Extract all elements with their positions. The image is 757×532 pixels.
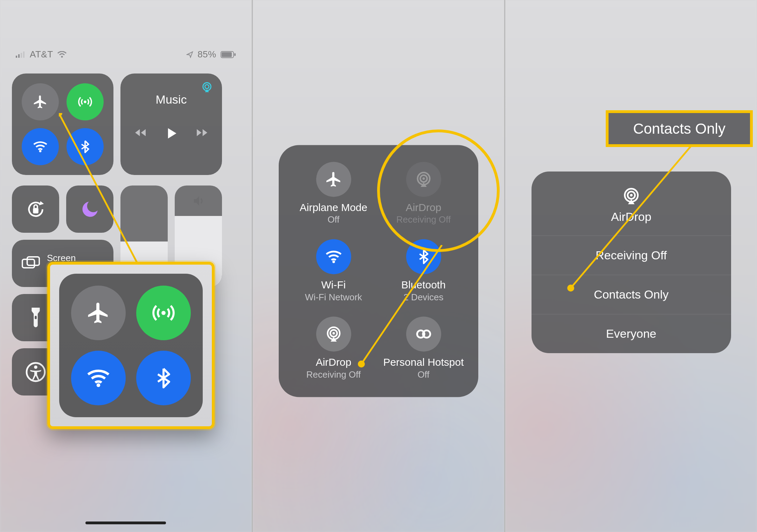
svg-rect-6 (222, 52, 232, 57)
wifi-icon (33, 139, 48, 154)
airdrop-icon (325, 325, 343, 343)
bluetooth-icon (152, 367, 175, 389)
panel-expanded-connectivity: Airplane Mode Off AirDrop Receiving Off … (253, 0, 506, 532)
svg-rect-12 (33, 208, 39, 214)
exp-hotspot-sub: Off (417, 369, 429, 380)
exp-airplane-sub: Off (327, 215, 339, 225)
exp-wifi[interactable]: Wi-Fi Wi-Fi Network (289, 237, 378, 306)
panel-airdrop-menu: Contacts Only AirDrop Receiving Off Cont… (505, 0, 757, 532)
airdrop-icon (621, 186, 641, 206)
zoom-cellular (136, 286, 191, 340)
airdrop-menu-header: AirDrop (532, 172, 731, 236)
airdrop-icon (415, 170, 433, 188)
svg-rect-7 (234, 53, 236, 56)
airplay-icon[interactable] (201, 81, 213, 93)
carrier-label: AT&T (30, 49, 53, 60)
wifi-icon (325, 248, 342, 266)
wifi-button[interactable] (22, 128, 59, 165)
mirroring-icon (22, 256, 40, 271)
svg-rect-3 (23, 51, 25, 58)
svg-point-26 (332, 260, 335, 263)
dnd-button[interactable] (66, 186, 113, 233)
location-icon (186, 51, 193, 58)
bluetooth-button[interactable] (67, 128, 104, 165)
prev-button[interactable] (133, 126, 147, 141)
moon-icon (80, 199, 100, 219)
exp-airdrop-sub: Receiving Off (306, 369, 361, 380)
svg-point-25 (422, 177, 425, 180)
svg-point-29 (332, 332, 335, 335)
svg-point-4 (61, 56, 63, 57)
svg-point-22 (97, 383, 100, 387)
airdrop-option-everyone[interactable]: Everyone (532, 314, 731, 353)
connectivity-tile[interactable] (12, 74, 113, 175)
connectivity-zoom-callout (47, 262, 215, 429)
zoom-bluetooth (136, 351, 191, 405)
svg-rect-0 (16, 56, 17, 58)
svg-point-18 (34, 365, 37, 369)
music-title: Music (156, 93, 187, 106)
lock-rotate-icon (25, 198, 47, 220)
exp-wifi-sub: Wi-Fi Network (305, 292, 362, 303)
bluetooth-icon (416, 249, 432, 265)
svg-point-11 (205, 85, 209, 89)
svg-point-8 (84, 100, 86, 103)
airplane-icon (33, 94, 48, 110)
home-indicator (85, 522, 166, 524)
orientation-lock-button[interactable] (12, 186, 59, 233)
wifi-status-icon (57, 51, 67, 58)
exp-airdrop-top[interactable]: AirDrop Receiving Off (378, 159, 468, 228)
panel-control-center: AT&T 85% (0, 0, 253, 532)
exp-hotspot[interactable]: Personal Hotspot Off (378, 314, 468, 383)
exp-bluetooth[interactable]: Bluetooth 2 Devices (378, 237, 468, 306)
airdrop-option-contacts-only[interactable]: Contacts Only (532, 275, 731, 314)
bluetooth-icon (78, 140, 92, 154)
next-button[interactable] (195, 126, 209, 141)
exp-airplane-label: Airplane Mode (300, 202, 367, 214)
speaker-icon (192, 194, 206, 208)
battery-label: 85% (197, 49, 216, 60)
svg-point-21 (161, 311, 166, 315)
airdrop-menu-card: AirDrop Receiving Off Contacts Only Ever… (532, 172, 731, 353)
expanded-connectivity-card: Airplane Mode Off AirDrop Receiving Off … (279, 145, 478, 397)
accessibility-icon (25, 361, 47, 383)
airdrop-menu-title: AirDrop (532, 210, 731, 224)
cellular-icon (77, 94, 93, 110)
zoom-airplane (71, 286, 126, 340)
exp-airdrop-top-label: AirDrop (406, 202, 442, 214)
exp-bt-label: Bluetooth (401, 279, 446, 292)
exp-hotspot-label: Personal Hotspot (383, 357, 464, 369)
play-button[interactable] (164, 126, 179, 141)
zoom-wifi (71, 351, 126, 405)
battery-icon (221, 51, 236, 58)
airplane-icon (325, 170, 342, 188)
exp-wifi-label: Wi-Fi (321, 279, 346, 292)
exp-airdrop-top-sub: Receiving Off (396, 215, 451, 225)
tutorial-three-panels: AT&T 85% (0, 0, 757, 532)
exp-airdrop-label: AirDrop (316, 357, 352, 369)
airplane-button[interactable] (22, 83, 59, 120)
status-right: 85% (186, 49, 236, 60)
svg-rect-15 (27, 257, 40, 265)
wifi-icon (86, 366, 111, 390)
svg-point-38 (630, 194, 632, 196)
exp-airdrop[interactable]: AirDrop Receiving Off (289, 314, 378, 383)
cellular-button[interactable] (67, 83, 104, 120)
svg-rect-2 (21, 53, 22, 58)
airdrop-option-receiving-off[interactable]: Receiving Off (532, 236, 731, 275)
music-controls (133, 126, 209, 141)
svg-rect-14 (22, 259, 35, 267)
status-bar: AT&T 85% (0, 49, 252, 60)
signal-icon (16, 51, 26, 58)
exp-bt-sub: 2 Devices (403, 292, 443, 303)
exp-airplane[interactable]: Airplane Mode Off (289, 159, 378, 228)
svg-rect-1 (18, 54, 20, 58)
flashlight-icon (29, 308, 43, 328)
airplane-icon (86, 301, 111, 325)
hotspot-icon (415, 326, 432, 343)
contacts-only-callout: Contacts Only (606, 110, 753, 147)
callout3-text: Contacts Only (633, 120, 725, 137)
music-tile[interactable]: Music (120, 74, 222, 175)
svg-rect-16 (35, 316, 36, 319)
status-left: AT&T (16, 49, 67, 60)
